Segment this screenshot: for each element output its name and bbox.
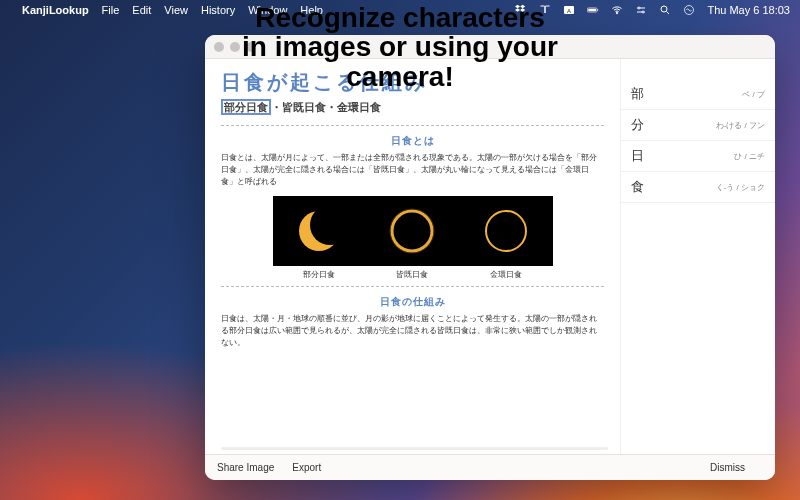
eclipse-illustration [273, 196, 553, 266]
section1-title: 日食とは [221, 134, 604, 148]
lookup-row[interactable]: 食 く-う / ショク [621, 172, 775, 203]
menubar-clock[interactable]: Thu May 6 18:03 [707, 4, 790, 16]
svg-point-5 [617, 12, 619, 14]
section1-body: 日食とは、太陽が月によって、一部または全部が隠される現象である。太陽の一部が欠け… [221, 152, 604, 188]
lookup-reading: ベ / ブ [742, 89, 765, 100]
lookup-row[interactable]: 日 ひ / ニチ [621, 141, 775, 172]
divider [221, 125, 604, 126]
menu-history[interactable]: History [201, 4, 235, 16]
article-pane[interactable]: 日食が起こる仕組み 部分日食・皆既日食・金環日食 日食とは 日食とは、太陽が月に… [205, 59, 620, 454]
siri-icon[interactable] [683, 4, 695, 16]
input-source-icon[interactable]: A [563, 4, 575, 16]
divider [221, 286, 604, 287]
close-traffic-light[interactable] [214, 42, 224, 52]
menu-edit[interactable]: Edit [132, 4, 151, 16]
svg-rect-3 [589, 9, 597, 12]
lookup-kanji: 分 [631, 116, 644, 134]
lookup-panel: 部 ベ / ブ 分 わ-ける / フン 日 ひ / ニチ 食 く-う / ショク [620, 59, 775, 454]
app-window: 日食が起こる仕組み 部分日食・皆既日食・金環日食 日食とは 日食とは、太陽が月に… [205, 35, 775, 480]
svg-point-12 [310, 205, 349, 245]
dropbox-icon[interactable] [515, 4, 527, 16]
app-menu[interactable]: KanjiLookup [22, 4, 89, 16]
menu-window[interactable]: Window [248, 4, 287, 16]
dismiss-button[interactable]: Dismiss [710, 462, 745, 473]
lookup-reading: く-う / ショク [716, 182, 765, 193]
menu-help[interactable]: Help [300, 4, 323, 16]
minimize-traffic-light[interactable] [230, 42, 240, 52]
control-center-icon[interactable] [635, 4, 647, 16]
annular-eclipse-icon [476, 201, 536, 261]
section2-title: 日食の仕組み [221, 295, 604, 309]
export-button[interactable]: Export [292, 462, 321, 473]
menu-view[interactable]: View [164, 4, 188, 16]
window-bottom-bar: Share Image Export Dismiss [205, 454, 775, 480]
lookup-row[interactable]: 分 わ-ける / フン [621, 110, 775, 141]
subtitle-rest: ・皆既日食・金環日食 [271, 101, 381, 113]
lookup-reading: ひ / ニチ [734, 151, 765, 162]
window-titlebar[interactable] [205, 35, 775, 59]
total-eclipse-icon [382, 201, 442, 261]
section2-body: 日食は、太陽・月・地球の順番に並び、月の影が地球に届くことによって発生する。太陽… [221, 313, 604, 349]
menu-file[interactable]: File [102, 4, 120, 16]
book-icon[interactable] [539, 4, 551, 16]
svg-point-14 [390, 209, 434, 253]
svg-point-8 [661, 6, 667, 12]
subtitle-row[interactable]: 部分日食・皆既日食・金環日食 [221, 100, 604, 115]
lookup-kanji: 日 [631, 147, 644, 165]
svg-rect-4 [598, 9, 599, 11]
lookup-kanji: 部 [631, 85, 644, 103]
horizontal-scrollbar[interactable] [221, 447, 608, 450]
svg-point-6 [638, 7, 640, 9]
spotlight-icon[interactable] [659, 4, 671, 16]
svg-text:A: A [567, 8, 571, 14]
svg-point-13 [392, 211, 432, 251]
svg-point-7 [642, 11, 644, 13]
wifi-icon[interactable] [611, 4, 623, 16]
lookup-kanji: 食 [631, 178, 644, 196]
macos-menubar: KanjiLookup File Edit View History Windo… [0, 0, 800, 20]
partial-eclipse-icon [289, 201, 349, 261]
selected-text[interactable]: 部分日食 [221, 99, 271, 115]
lookup-row[interactable]: 部 ベ / ブ [621, 79, 775, 110]
zoom-traffic-light[interactable] [246, 42, 256, 52]
lookup-reading: わ-ける / フン [716, 120, 765, 131]
page-title: 日食が起こる仕組み [221, 69, 604, 96]
battery-icon[interactable] [587, 4, 599, 16]
share-image-button[interactable]: Share Image [217, 462, 274, 473]
svg-point-15 [486, 211, 526, 251]
illustration-captions: 部分日食 皆既日食 金環日食 [273, 269, 553, 280]
